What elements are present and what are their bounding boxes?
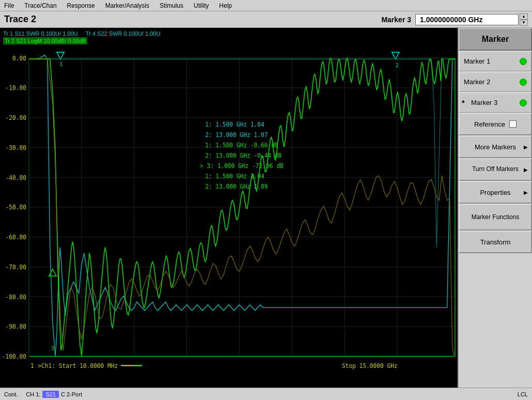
svg-text:-80.00: -80.00 bbox=[6, 293, 26, 301]
svg-text:-90.00: -90.00 bbox=[6, 323, 26, 331]
title-bar: Trace 2 Marker 3 1.0000000000 GHz ▲ ▼ bbox=[0, 11, 532, 28]
menu-trace-chan[interactable]: Trace/Chan bbox=[22, 1, 58, 10]
svg-text:-70.00: -70.00 bbox=[6, 263, 26, 271]
marker-label: Marker 3 bbox=[381, 16, 411, 24]
properties-label: Properties bbox=[480, 189, 510, 196]
status-bar: Cont. CH 1: S21 C 2-Port LCL bbox=[0, 388, 532, 400]
transform-label: Transform bbox=[480, 238, 511, 246]
chart-svg: 0.00 -10.00 -20.00 -30.00 -40.00 -50.00 … bbox=[0, 47, 458, 379]
marker2-indicator bbox=[520, 79, 527, 86]
svg-text:2:      13.000 GHz         1.0: 2: 13.000 GHz 1.07 bbox=[205, 131, 268, 139]
marker-value-up[interactable]: ▲ bbox=[520, 13, 528, 20]
turn-off-markers-arrow: ▶ bbox=[524, 167, 528, 173]
svg-text:0.00: 0.00 bbox=[12, 54, 26, 62]
svg-text:1: 1 bbox=[30, 362, 34, 370]
right-panel: Marker Marker 1 Marker 2 * Marker 3 Refe… bbox=[458, 28, 532, 388]
trace-label-2: Tr 2 S21 LogM 10.00dB/ 0.00dB bbox=[3, 37, 87, 44]
menu-stimulus[interactable]: Stimulus bbox=[158, 1, 185, 10]
svg-text:> 3:      1.000 GHz     -72.06: > 3: 1.000 GHz -72.06 dB bbox=[200, 162, 284, 170]
svg-text:2:      13.000 GHz         1.0: 2: 13.000 GHz 1.09 bbox=[205, 183, 268, 191]
svg-text:2:      13.000 GHz      -0.44 : 2: 13.000 GHz -0.44 dB bbox=[205, 152, 281, 160]
reference-checkbox[interactable] bbox=[509, 120, 517, 128]
menu-utility[interactable]: Utility bbox=[192, 1, 211, 10]
status-cont: Cont. bbox=[4, 391, 18, 397]
svg-text:-40.00: -40.00 bbox=[6, 174, 26, 181]
marker3-indicator bbox=[520, 99, 527, 106]
marker-value-display: 1.0000000000 GHz bbox=[415, 14, 519, 25]
properties-button[interactable]: Properties ▶ bbox=[459, 181, 532, 204]
marker3-label: Marker 3 bbox=[471, 99, 497, 106]
chart-area: Tr 1 S11 SWR 0.100U/ 1.00U Tr 4 S22 SWR … bbox=[0, 28, 458, 388]
marker1-label: Marker 1 bbox=[464, 57, 490, 65]
svg-text:2: 2 bbox=[396, 62, 399, 69]
status-ch-label: CH 1: bbox=[26, 391, 40, 397]
marker3-button[interactable]: * Marker 3 bbox=[459, 92, 532, 113]
marker1-indicator bbox=[520, 58, 527, 65]
svg-text:3: 3 bbox=[51, 345, 54, 352]
turn-off-markers-label: Turn Off Markers bbox=[472, 165, 519, 174]
svg-text:-60.00: -60.00 bbox=[6, 234, 26, 241]
status-lcl: LCL bbox=[518, 391, 528, 397]
svg-text:1:        1.500 GHz         1.: 1: 1.500 GHz 1.04 bbox=[205, 173, 264, 180]
marker-top-button[interactable]: Marker bbox=[459, 28, 532, 51]
transform-button[interactable]: Transform bbox=[459, 230, 532, 253]
svg-rect-0 bbox=[0, 47, 458, 379]
status-channel: CH 1: S21 C 2-Port bbox=[26, 391, 82, 398]
status-port: C 2-Port bbox=[61, 391, 82, 397]
more-markers-arrow: ▶ bbox=[524, 144, 528, 150]
svg-text:1:        1.500 GHz      -0.66: 1: 1.500 GHz -0.66 dB bbox=[205, 142, 278, 149]
marker-value-down[interactable]: ▼ bbox=[520, 20, 528, 26]
svg-text:-50.00: -50.00 bbox=[6, 204, 26, 211]
svg-text:-30.00: -30.00 bbox=[6, 144, 26, 151]
svg-text:Stop  15.0000 GHz: Stop 15.0000 GHz bbox=[342, 362, 398, 370]
marker3-active-indicator: * bbox=[462, 99, 464, 107]
svg-text:-20.00: -20.00 bbox=[6, 114, 26, 122]
turn-off-markers-button[interactable]: Turn Off Markers ▶ bbox=[459, 158, 532, 181]
svg-text:>Ch1: Start  10.0000 MHz: >Ch1: Start 10.0000 MHz bbox=[38, 362, 118, 370]
marker-value-spinner[interactable]: ▲ ▼ bbox=[520, 13, 528, 26]
properties-arrow: ▶ bbox=[524, 190, 528, 195]
marker1-button[interactable]: Marker 1 bbox=[459, 51, 532, 71]
marker-functions-button[interactable]: Marker Functions bbox=[459, 204, 532, 230]
marker2-label: Marker 2 bbox=[464, 78, 490, 86]
reference-label: Reference bbox=[474, 120, 505, 128]
svg-text:-100.00: -100.00 bbox=[2, 353, 26, 361]
status-param: S21 bbox=[42, 391, 59, 398]
trace-label-1: Tr 1 S11 SWR 0.100U/ 1.00U bbox=[3, 30, 78, 37]
menu-response[interactable]: Response bbox=[65, 1, 97, 10]
chart-canvas: 0.00 -10.00 -20.00 -30.00 -40.00 -50.00 … bbox=[0, 47, 458, 379]
reference-button[interactable]: Reference bbox=[459, 113, 532, 135]
menu-file[interactable]: File bbox=[2, 1, 16, 10]
trace-title: Trace 2 bbox=[4, 14, 381, 25]
main-layout: Tr 1 S11 SWR 0.100U/ 1.00U Tr 4 S22 SWR … bbox=[0, 28, 532, 388]
marker-functions-label: Marker Functions bbox=[472, 213, 520, 222]
marker2-button[interactable]: Marker 2 bbox=[459, 71, 532, 92]
more-markers-button[interactable]: More Markers ▶ bbox=[459, 135, 532, 158]
svg-text:-10.00: -10.00 bbox=[6, 84, 26, 92]
menu-help[interactable]: Help bbox=[217, 1, 234, 10]
menu-bar: File Trace/Chan Response Marker/Analysis… bbox=[0, 0, 532, 11]
trace-label-4: Tr 4 S22 SWR 0.100U/ 1.00U bbox=[86, 30, 161, 37]
more-markers-label: More Markers bbox=[475, 143, 516, 151]
chart-header: Tr 1 S11 SWR 0.100U/ 1.00U Tr 4 S22 SWR … bbox=[0, 28, 458, 47]
menu-marker-analysis[interactable]: Marker/Analysis bbox=[103, 1, 151, 10]
svg-text:1: 1 bbox=[59, 60, 62, 68]
svg-text:1:        1.500 GHz         1.: 1: 1.500 GHz 1.04 bbox=[205, 121, 264, 129]
